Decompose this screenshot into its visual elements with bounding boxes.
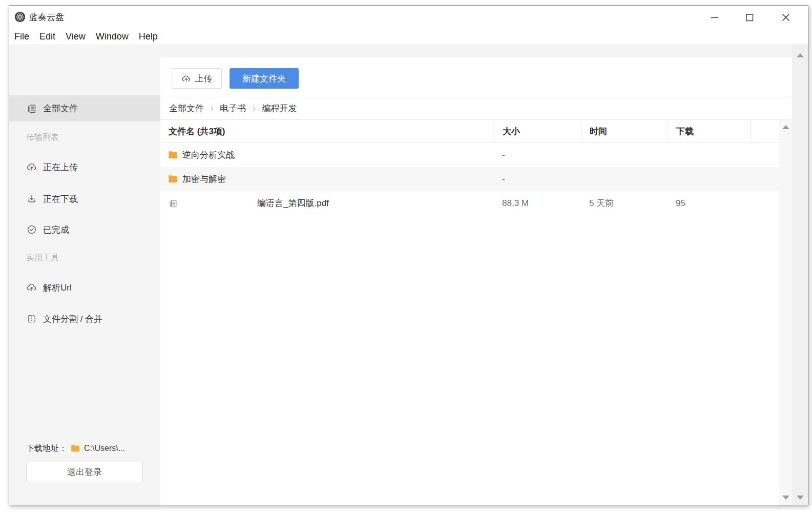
column-header-name: 文件名 (共3项) [160, 120, 494, 142]
download-path-row[interactable]: 下载地址： C:\Users\... [26, 443, 125, 454]
file-size-cell: - [494, 167, 581, 191]
scroll-down-icon[interactable] [782, 496, 789, 500]
split-merge-icon [26, 313, 37, 324]
breadcrumb-chevron-icon: › [211, 104, 213, 113]
maximize-button[interactable] [742, 10, 757, 25]
file-name-cell[interactable]: 加密与解密 [160, 167, 494, 191]
file-time-cell [581, 167, 668, 191]
menu-help[interactable]: Help [134, 31, 163, 42]
page-top-strip [160, 44, 792, 57]
main-panel: 上传 新建文件夹 全部文件 › 电子书 › 编程开发 文件名 (共3项) 大小 … [160, 44, 792, 505]
cloud-upload-icon [181, 74, 191, 84]
table-header-row: 文件名 (共3项) 大小 时间 下载 [160, 120, 779, 143]
menu-window[interactable]: Window [91, 31, 134, 42]
upload-button[interactable]: 上传 [172, 68, 222, 89]
sidebar-item-all-files[interactable]: 全部文件 [9, 95, 160, 121]
table-row[interactable]: 编语言_第四版.pdf 88.3 M 5 天前 95 [160, 191, 779, 215]
page-scrollbar[interactable] [792, 44, 808, 505]
close-icon [779, 10, 793, 25]
sidebar-item-label: 文件分割 / 合并 [43, 313, 102, 325]
minimize-button[interactable] [707, 10, 722, 25]
folder-icon [168, 151, 178, 160]
sidebar-item-downloading[interactable]: 正在下载 [9, 187, 160, 211]
file-downloads-cell: 95 [668, 191, 750, 215]
sidebar-item-label: 已完成 [43, 224, 69, 236]
minimize-icon [707, 10, 722, 25]
breadcrumb: 全部文件 › 电子书 › 编程开发 [160, 97, 792, 120]
scroll-down-icon[interactable] [797, 496, 804, 500]
documents-icon [26, 103, 37, 114]
new-folder-button[interactable]: 新建文件夹 [230, 68, 299, 89]
file-name-cell[interactable]: 逆向分析实战 [160, 143, 494, 167]
row-filler [750, 143, 779, 167]
app-title: 蓝奏云盘 [29, 6, 64, 29]
menu-bar: File Edit View Window Help [9, 29, 808, 44]
file-list-area: 文件名 (共3项) 大小 时间 下载 逆向分析实战 - [160, 120, 792, 505]
sidebar-section-tools: 实用工具 [26, 253, 59, 264]
column-header-downloads: 下载 [668, 120, 750, 142]
sidebar-item-split-merge[interactable]: 文件分割 / 合并 [9, 306, 160, 331]
check-circle-icon [26, 224, 37, 235]
file-name-cell[interactable]: 编语言_第四版.pdf [160, 191, 494, 215]
download-path-label: 下载地址： [26, 443, 67, 454]
toolbar: 上传 新建文件夹 [160, 44, 792, 97]
folder-icon [168, 175, 178, 184]
file-time-cell: 5 天前 [581, 191, 668, 215]
close-button[interactable] [779, 10, 793, 25]
sidebar-item-label: 正在上传 [43, 161, 78, 173]
app-window: 蓝奏云盘 File Edit View Window Help [9, 5, 808, 505]
scroll-up-icon[interactable] [782, 125, 789, 129]
sidebar-item-label: 正在下载 [43, 193, 78, 205]
table-row[interactable]: 加密与解密 - [160, 167, 779, 191]
table-scrollbar[interactable] [779, 120, 792, 505]
breadcrumb-item-ebooks[interactable]: 电子书 [220, 102, 246, 114]
sidebar-item-completed[interactable]: 已完成 [9, 217, 160, 242]
titlebar: 蓝奏云盘 [9, 6, 808, 29]
redacted-filename-region [182, 201, 253, 206]
file-icon [168, 198, 178, 209]
cloud-upload-icon [26, 161, 37, 173]
sidebar-item-label: 解析Url [43, 282, 72, 294]
logout-button[interactable]: 退出登录 [26, 462, 143, 482]
sidebar-item-label: 全部文件 [43, 102, 78, 114]
file-time-cell [581, 143, 668, 167]
breadcrumb-item-current[interactable]: 编程开发 [262, 102, 297, 114]
breadcrumb-chevron-icon: › [253, 104, 255, 113]
app-body: 全部文件 传输列表 正在上传 [9, 44, 808, 505]
download-icon [26, 193, 37, 204]
column-header-filler [750, 120, 779, 142]
download-path-value[interactable]: C:\Users\... [84, 444, 125, 453]
file-downloads-cell [668, 167, 750, 191]
file-size-cell: - [494, 143, 581, 167]
breadcrumb-item-root[interactable]: 全部文件 [169, 102, 204, 114]
menu-edit[interactable]: Edit [34, 31, 60, 42]
sidebar-item-parse-url[interactable]: 解析Url [9, 275, 160, 300]
file-name[interactable]: 编语言_第四版.pdf [257, 197, 329, 209]
folder-icon [71, 444, 80, 452]
maximize-icon [742, 10, 757, 25]
electron-logo-icon [14, 11, 26, 23]
cloud-upload-icon [26, 282, 37, 293]
column-header-time: 时间 [581, 120, 668, 142]
row-filler [750, 191, 779, 215]
file-name[interactable]: 加密与解密 [182, 173, 226, 185]
upload-button-label: 上传 [195, 73, 213, 85]
file-size-cell: 88.3 M [494, 191, 581, 215]
table-row[interactable]: 逆向分析实战 - [160, 143, 779, 167]
file-table: 文件名 (共3项) 大小 时间 下载 逆向分析实战 - [160, 120, 779, 505]
sidebar-item-uploading[interactable]: 正在上传 [9, 155, 160, 179]
column-header-size: 大小 [494, 120, 581, 142]
sidebar: 全部文件 传输列表 正在上传 [9, 44, 160, 505]
file-name[interactable]: 逆向分析实战 [182, 149, 235, 161]
sidebar-section-transfer: 传输列表 [26, 132, 59, 143]
row-filler [750, 167, 779, 191]
menu-file[interactable]: File [9, 31, 34, 42]
file-downloads-cell [668, 143, 750, 167]
menu-view[interactable]: View [60, 31, 91, 42]
scroll-up-icon[interactable] [797, 53, 804, 57]
